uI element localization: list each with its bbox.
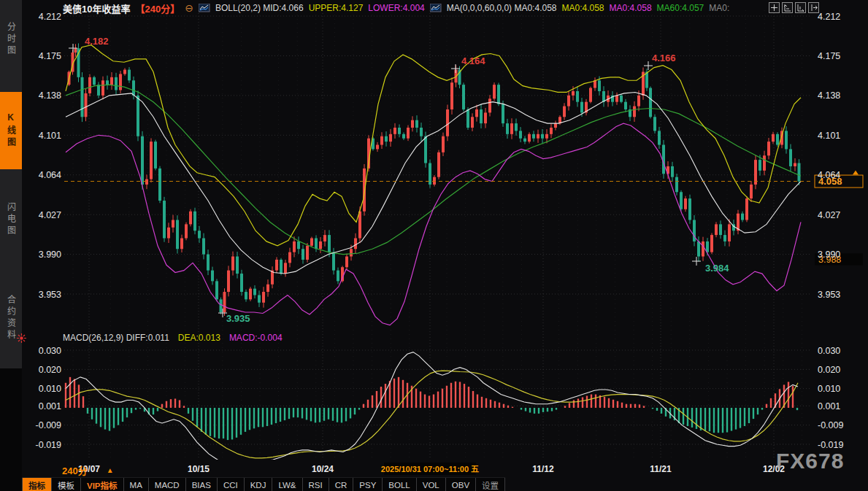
macd-hist-bar xyxy=(161,404,163,408)
candle-body xyxy=(207,255,210,271)
toolbar-item-13[interactable]: VOL xyxy=(417,478,446,491)
macd-hist-bar xyxy=(507,406,509,408)
toolbar-item-2[interactable]: VIP指标 xyxy=(81,478,124,491)
sidebar-tab-contract-info[interactable]: 合约资料 xyxy=(0,268,22,368)
candle-body xyxy=(576,91,579,102)
macd-header: MACD(26,12,9) DIFF:0.011 DEA:0.013 MACD:… xyxy=(63,333,283,343)
candle-body xyxy=(515,123,518,131)
macd-hist-bar xyxy=(735,408,737,430)
candle-body xyxy=(106,80,109,85)
macd-hist-bar xyxy=(766,404,767,408)
toolbar-item-4[interactable]: MACD xyxy=(149,478,186,491)
toolbar-item-3[interactable]: MA xyxy=(124,478,149,491)
boll-indicator-icon xyxy=(199,4,210,12)
macd-hist-bar xyxy=(464,384,465,408)
y-axis-label-right: 4.064 xyxy=(818,170,840,180)
y-axis-label-left: 4.138 xyxy=(39,90,61,101)
period-label[interactable]: 【240分】 xyxy=(135,1,180,15)
macd-axis-label-right: 0.001 xyxy=(818,401,840,411)
macd-hist-bar xyxy=(118,408,119,425)
sidebar-tab-flash[interactable]: 闪电图 xyxy=(0,182,22,257)
macd-hist-bar xyxy=(157,408,158,411)
macd-hist-bar xyxy=(529,408,531,413)
candle-body xyxy=(658,131,661,144)
candle-body xyxy=(750,185,753,198)
toolbar-item-12[interactable]: BOLL xyxy=(383,478,416,491)
candle-body xyxy=(393,128,396,134)
period-selector[interactable]: 240分 ▲ xyxy=(62,463,114,477)
candle-body xyxy=(193,212,196,231)
x-axis-label: 10/15 xyxy=(188,464,210,474)
toolbar-item-1[interactable]: 模板 xyxy=(52,478,81,491)
candle-body xyxy=(245,292,247,299)
candle-body xyxy=(293,241,296,252)
toolbar-item-9[interactable]: RSI xyxy=(303,478,329,491)
toolbar-item-label: OBV xyxy=(452,481,469,490)
macd-hist-bar xyxy=(424,395,426,408)
macd-hist-bar xyxy=(280,408,281,422)
toolbar-item-8[interactable]: LW& xyxy=(272,478,302,491)
candle-body xyxy=(266,285,269,292)
macd-hist-bar xyxy=(293,408,294,417)
y-axis-label-right: 4.027 xyxy=(818,210,840,220)
toolbar-item-7[interactable]: KDJ xyxy=(245,478,273,491)
macd-hist-bar xyxy=(442,389,443,408)
candle-body xyxy=(528,134,531,142)
macd-hist-bar xyxy=(214,408,215,438)
toolbar-item-14[interactable]: OBV xyxy=(446,478,476,491)
y-axis-scale-icon[interactable] xyxy=(782,2,793,13)
toolbar-item-6[interactable]: CCI xyxy=(218,478,245,491)
candle-body xyxy=(402,134,405,139)
macd-hist-bar xyxy=(796,408,798,410)
candle-body xyxy=(389,134,392,142)
macd-hist-bar xyxy=(792,386,794,408)
macd-hist-bar xyxy=(577,398,579,408)
candle-body xyxy=(231,257,234,271)
macd-hist-bar xyxy=(284,408,285,420)
trading-app-window: 4.0583.9884.2124.2124.1754.1754.1384.138… xyxy=(0,0,868,491)
sidebar-tab-timeline[interactable]: 分时图 xyxy=(0,3,22,76)
macd-hist-bar xyxy=(639,404,640,408)
macd-hist-bar xyxy=(135,408,137,410)
macd-hist-bar xyxy=(547,408,548,411)
macd-hist-bar xyxy=(586,396,588,408)
candle-body xyxy=(446,109,449,136)
x-axis-scale-icon[interactable] xyxy=(795,2,806,13)
macd-hist-bar xyxy=(656,408,658,411)
macd-hist-bar xyxy=(472,391,474,408)
toolbar-item-15[interactable]: 设置 xyxy=(476,478,505,491)
candle-body xyxy=(280,260,283,274)
candle-body xyxy=(85,93,88,117)
macd-axis-label-right: 0.030 xyxy=(818,346,840,356)
toolbar-item-0[interactable]: 指标 xyxy=(22,478,52,491)
candle-body xyxy=(671,166,674,177)
candle-body xyxy=(480,109,483,123)
toolbar-item-5[interactable]: BIAS xyxy=(186,478,218,491)
macd-hist-bar xyxy=(503,404,504,408)
sidebar-tab-kline[interactable]: K线图 xyxy=(0,92,22,169)
indicator-marker-icon[interactable] xyxy=(16,333,27,344)
candle-body xyxy=(523,139,526,142)
macd-hist-bar xyxy=(753,408,754,419)
macd-hist-bar xyxy=(310,408,312,421)
candle-body xyxy=(345,257,348,268)
candle-body xyxy=(728,224,731,241)
candle-body xyxy=(180,239,183,250)
toolbar-item-label: BOLL xyxy=(388,481,410,490)
candle-body xyxy=(493,85,496,98)
macd-hist-bar xyxy=(420,392,421,408)
macd-hist-bar xyxy=(761,408,763,410)
zoom-out-icon[interactable]: ⊖ xyxy=(185,3,193,13)
macd-hist-bar xyxy=(188,408,189,414)
candle-body xyxy=(227,271,230,292)
pan-right-icon[interactable] xyxy=(808,2,819,13)
toolbar-item-10[interactable]: CR xyxy=(329,478,354,491)
sidebar-tab-label: K线图 xyxy=(5,112,18,149)
toolbar-item-11[interactable]: PSY xyxy=(353,478,383,491)
macd-hist-bar xyxy=(245,408,246,432)
chart-canvas[interactable]: 4.0583.9884.2124.2124.1754.1754.1384.138… xyxy=(0,0,868,491)
move-crosshair-icon[interactable] xyxy=(769,2,780,13)
left-sidebar: 分时图 K线图 闪电图 合约资料 xyxy=(0,0,22,368)
macd-hist-bar xyxy=(429,396,430,408)
macd-axis-label-left: 0.010 xyxy=(39,384,61,394)
